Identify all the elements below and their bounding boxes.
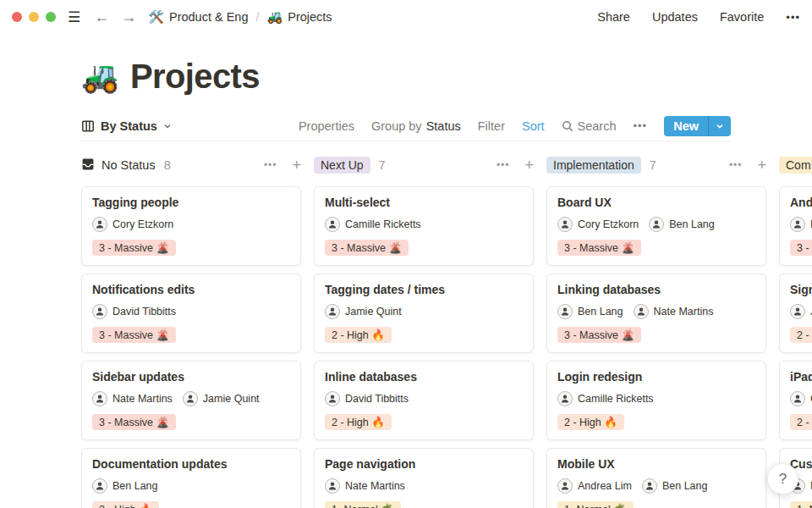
assignee: Nate Martins bbox=[325, 478, 405, 494]
filter-button[interactable]: Filter bbox=[478, 119, 505, 133]
column-more-icon[interactable]: ••• bbox=[264, 159, 277, 171]
breadcrumb-item-page[interactable]: 🚜 Projects bbox=[267, 9, 332, 25]
assignee-name: Camille Ricketts bbox=[345, 218, 421, 230]
assignee: Nate Martins bbox=[634, 304, 714, 319]
sort-button[interactable]: Sort bbox=[522, 119, 545, 133]
board-view-icon bbox=[81, 119, 95, 133]
favorite-button[interactable]: Favorite bbox=[720, 10, 764, 24]
back-arrow-icon[interactable]: ← bbox=[94, 8, 109, 26]
kanban-card[interactable]: Tagging dates / timesJamie Quint2 - High… bbox=[314, 273, 534, 353]
toolbar-more-icon[interactable]: ••• bbox=[634, 119, 648, 132]
column-header: No Status8•••+ bbox=[81, 155, 301, 175]
assignee: Ben Lang bbox=[642, 478, 708, 494]
help-button[interactable]: ? bbox=[767, 463, 798, 494]
assignee-name: Jamie Quint bbox=[345, 306, 402, 318]
priority-tag: 1- Normal 🌴 bbox=[325, 501, 401, 508]
tractor-emoji-icon: 🚜 bbox=[267, 9, 283, 25]
group-by-value: Status bbox=[426, 119, 461, 133]
kanban-card[interactable]: Documentation updatesBen Lang2 - High 🔥 bbox=[81, 448, 301, 508]
column-add-icon[interactable]: + bbox=[757, 157, 766, 173]
assignee-name: David Tibbitts bbox=[345, 393, 409, 405]
assignee: Cory Etzkorn bbox=[557, 217, 639, 232]
updates-button[interactable]: Updates bbox=[652, 10, 698, 24]
minimize-window-button[interactable] bbox=[29, 12, 39, 22]
new-button-caret[interactable] bbox=[708, 116, 731, 136]
breadcrumb-page-label: Projects bbox=[288, 10, 332, 24]
card-assignees: N bbox=[790, 217, 812, 232]
board-column: Com•••+AndN3 - Massive 🌋SignJ2 - High 🔥i… bbox=[779, 155, 812, 508]
no-status-icon bbox=[81, 157, 95, 174]
column-status-tag[interactable]: Next Up bbox=[314, 157, 370, 174]
page-title[interactable]: 🚜 Projects bbox=[81, 58, 812, 96]
view-selector[interactable]: By Status bbox=[81, 119, 172, 133]
assignee: David Tibbitts bbox=[92, 304, 176, 319]
card-title: Documentation updates bbox=[92, 457, 290, 471]
kanban-card[interactable]: iPadC2 - High 🔥 bbox=[779, 361, 812, 440]
kanban-card[interactable]: Mobile UXAndrea LimBen Lang1- Normal 🌴 bbox=[546, 448, 766, 508]
column-add-icon[interactable]: + bbox=[524, 157, 534, 173]
kanban-card[interactable]: Sidebar updatesNate MartinsJamie Quint3 … bbox=[81, 361, 301, 440]
kanban-card[interactable]: Multi-selectCamille Ricketts3 - Massive … bbox=[314, 186, 534, 266]
avatar bbox=[325, 391, 340, 406]
group-by-button[interactable]: Group by Status bbox=[371, 119, 461, 133]
more-options-icon[interactable]: ••• bbox=[786, 11, 800, 24]
kanban-card[interactable]: Linking databasesBen LangNate Martins3 -… bbox=[546, 273, 766, 353]
close-window-button[interactable] bbox=[12, 12, 22, 22]
board-column: Next Up7•••+Multi-selectCamille Ricketts… bbox=[314, 155, 534, 508]
share-button[interactable]: Share bbox=[597, 10, 630, 24]
kanban-card[interactable]: Board UXCory EtzkornBen Lang3 - Massive … bbox=[546, 186, 766, 266]
breadcrumb-item-workspace[interactable]: 🛠️ Product & Eng bbox=[148, 9, 248, 25]
assignee-name: Ben Lang bbox=[662, 480, 708, 492]
zoom-window-button[interactable] bbox=[46, 12, 56, 22]
card-title: iPad bbox=[790, 370, 812, 384]
priority-tag: 1- Normal 🌴 bbox=[557, 501, 634, 508]
assignee-name: Jamie Quint bbox=[203, 393, 260, 405]
kanban-card[interactable]: Inline databasesDavid Tibbitts2 - High 🔥 bbox=[314, 361, 534, 440]
topbar-actions: Share Updates Favorite ••• bbox=[597, 10, 800, 24]
avatar bbox=[325, 304, 340, 319]
column-more-icon[interactable]: ••• bbox=[729, 159, 743, 171]
column-name[interactable]: No Status bbox=[102, 158, 156, 172]
column-status-tag[interactable]: Com bbox=[779, 157, 812, 174]
column-cards: Board UXCory EtzkornBen Lang3 - Massive … bbox=[546, 186, 766, 508]
column-cards: Multi-selectCamille Ricketts3 - Massive … bbox=[314, 186, 534, 508]
assignee: J bbox=[790, 304, 812, 319]
assignee-name: Ben Lang bbox=[578, 306, 623, 318]
search-button[interactable]: Search bbox=[562, 119, 617, 133]
assignee-name: Ben Lang bbox=[112, 480, 158, 492]
assignee-name: Ben Lang bbox=[669, 218, 715, 230]
column-header: Next Up7•••+ bbox=[314, 155, 534, 175]
column-add-icon[interactable]: + bbox=[292, 157, 301, 173]
priority-tag: 3 - Massive 🌋 bbox=[325, 240, 409, 256]
new-button[interactable]: New bbox=[664, 116, 731, 136]
assignee-name: David Tibbitts bbox=[112, 306, 176, 318]
card-assignees: Jamie Quint bbox=[325, 304, 523, 319]
avatar bbox=[325, 478, 340, 494]
properties-button[interactable]: Properties bbox=[299, 119, 354, 133]
kanban-card[interactable]: Tagging peopleCory Etzkorn3 - Massive 🌋 bbox=[81, 186, 301, 266]
view-toolbar: By Status Properties Group by Status Fil… bbox=[81, 111, 731, 141]
card-assignees: Camille Ricketts bbox=[325, 217, 523, 232]
new-button-label: New bbox=[664, 116, 708, 136]
kanban-card[interactable]: Login redesignCamille Ricketts2 - High 🔥 bbox=[546, 361, 766, 440]
priority-tag: 2 - High 🔥 bbox=[325, 327, 392, 343]
card-title: Login redesign bbox=[557, 370, 755, 384]
sidebar-menu-icon[interactable]: ☰ bbox=[68, 8, 80, 26]
window-topbar: ☰ ← → 🛠️ Product & Eng / 🚜 Projects Shar… bbox=[0, 0, 812, 34]
card-title: Tagging dates / times bbox=[325, 283, 523, 296]
assignee-name: Nate Martins bbox=[112, 393, 173, 405]
avatar bbox=[649, 217, 664, 232]
column-status-tag[interactable]: Implementation bbox=[546, 157, 641, 174]
column-count: 7 bbox=[379, 158, 386, 172]
priority-tag: 3 - Massive 🌋 bbox=[557, 327, 641, 343]
kanban-card[interactable]: SignJ2 - High 🔥 bbox=[779, 273, 812, 353]
assignee: Ben Lang bbox=[92, 478, 158, 494]
card-title: Inline databases bbox=[325, 370, 523, 384]
page-title-text: Projects bbox=[130, 58, 260, 96]
column-more-icon[interactable]: ••• bbox=[497, 159, 510, 171]
kanban-card[interactable]: Page navigationNate Martins1- Normal 🌴 bbox=[314, 448, 534, 508]
forward-arrow-icon[interactable]: → bbox=[121, 8, 136, 26]
card-title: Mobile UX bbox=[557, 457, 755, 471]
kanban-card[interactable]: AndN3 - Massive 🌋 bbox=[779, 186, 812, 266]
kanban-card[interactable]: Notifications editsDavid Tibbitts3 - Mas… bbox=[81, 273, 301, 353]
